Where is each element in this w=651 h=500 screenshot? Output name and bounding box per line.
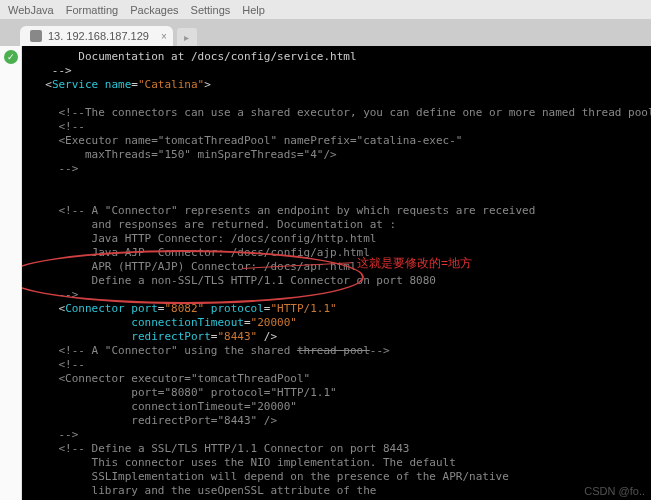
code-editor[interactable]: Documentation at /docs/config/service.ht… xyxy=(22,46,651,500)
menu-bar: WebJava Formatting Packages Settings Hel… xyxy=(0,0,651,20)
editor-gutter: ✓ xyxy=(0,46,22,500)
tab-title: 13. 192.168.187.129 xyxy=(48,30,149,42)
new-tab-button[interactable]: ▸ xyxy=(177,28,197,46)
menu-webjava[interactable]: WebJava xyxy=(8,4,54,16)
menu-formatting[interactable]: Formatting xyxy=(66,4,119,16)
menu-packages[interactable]: Packages xyxy=(130,4,178,16)
tab-icon xyxy=(30,30,42,42)
annotation-text: 这就是要修改的=地方 xyxy=(357,256,472,270)
tab-terminal[interactable]: 13. 192.168.187.129 × xyxy=(20,26,173,46)
menu-help[interactable]: Help xyxy=(242,4,265,16)
watermark: CSDN @fo.. xyxy=(584,484,645,498)
tab-strip: 13. 192.168.187.129 × ▸ xyxy=(0,20,651,46)
success-mark-icon: ✓ xyxy=(4,50,18,64)
menu-settings[interactable]: Settings xyxy=(191,4,231,16)
close-icon[interactable]: × xyxy=(161,31,167,42)
